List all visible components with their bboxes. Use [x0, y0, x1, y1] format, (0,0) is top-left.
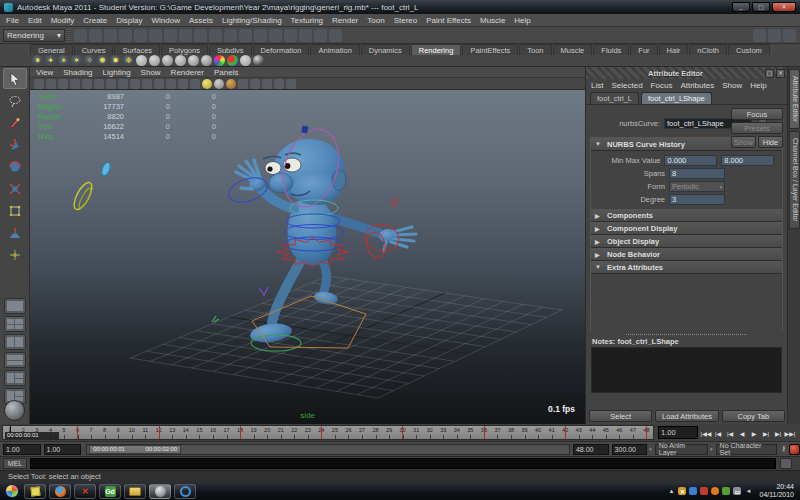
taskbar-app-firefox[interactable] [49, 484, 71, 499]
notes-textarea[interactable] [591, 347, 782, 393]
attribute-editor-menu-item[interactable]: List [591, 81, 603, 90]
title-bar[interactable]: Autodesk Maya 2011 - Student Version: G:… [0, 0, 800, 14]
shelf-light-icon[interactable]: ✧ [84, 55, 95, 66]
panel-toolbar-icon[interactable] [274, 79, 284, 89]
menu-set-dropdown[interactable]: Rendering ▾ [3, 29, 65, 42]
collapsed-section-header[interactable]: ▶ Components [591, 209, 782, 222]
collapsed-section-header[interactable]: ▶ Component Display [591, 222, 782, 235]
panel-toolbar-icon[interactable] [214, 79, 224, 89]
frame-tick[interactable]: 16 [206, 426, 220, 439]
keyframe-tick[interactable] [159, 426, 160, 439]
toolbar-icon[interactable] [284, 29, 297, 42]
toolbar-icon[interactable] [329, 29, 342, 42]
playback-button[interactable]: |◀◀ [700, 427, 712, 440]
panel-toolbar-icon[interactable] [250, 79, 260, 89]
playback-end-field[interactable]: 48.00 [573, 444, 609, 455]
panel-toolbar-icon[interactable] [262, 79, 272, 89]
form-dropdown[interactable]: Periodic ▾ [669, 181, 725, 192]
taskbar-app-sticky-notes[interactable] [24, 484, 46, 499]
character-set-dropdown[interactable]: No Character Set [716, 444, 777, 455]
tray-update-icon[interactable] [711, 487, 719, 495]
shelf-material-icon[interactable] [136, 55, 147, 66]
single-pane-layout-button[interactable] [4, 298, 26, 314]
menu-item[interactable]: Muscle [480, 16, 505, 25]
shelf-material-icon[interactable] [175, 55, 186, 66]
frame-tick[interactable]: 14 [179, 426, 193, 439]
maximize-button[interactable]: ▢ [752, 2, 770, 12]
show-button[interactable]: Show [731, 136, 756, 148]
shelf-light-icon[interactable]: ✶ [71, 55, 82, 66]
select-tool-icon[interactable] [3, 68, 27, 89]
tray-cadig-icon[interactable]: ✕ [678, 487, 686, 495]
move-tool-icon[interactable] [3, 134, 27, 155]
character-mesh[interactable] [236, 139, 416, 345]
attribute-editor-menu-item[interactable]: Show [722, 81, 742, 90]
footer-button[interactable]: Select [589, 410, 652, 422]
viewport-menu-item[interactable]: Show [141, 68, 161, 77]
paint-select-tool-icon[interactable] [3, 112, 27, 133]
footer-button[interactable]: Load Attributes [655, 410, 718, 422]
shelf-tab[interactable]: General [30, 44, 73, 55]
playback-button[interactable]: ◀ [736, 427, 748, 440]
frame-tick[interactable]: 5 [57, 426, 71, 439]
frame-tick[interactable]: 44 [586, 426, 600, 439]
frame-tick[interactable]: 46 [613, 426, 627, 439]
frame-tick[interactable]: 28 [369, 426, 383, 439]
tray-network-icon[interactable] [722, 487, 730, 495]
panel-toolbar-icon[interactable] [82, 79, 92, 89]
channel-box-toggle-icon[interactable] [768, 29, 781, 42]
keyframe-tick[interactable] [402, 426, 403, 439]
menu-item[interactable]: Edit [28, 16, 42, 25]
node-tab[interactable]: foot_ctrl_LShape [641, 92, 712, 104]
shelf-tab[interactable]: nCloth [689, 44, 727, 55]
toolbar-icon[interactable] [134, 29, 147, 42]
shelf-tab[interactable]: Fur [630, 44, 657, 55]
tray-expand-icon[interactable]: ▲ [669, 488, 675, 494]
tray-volume-icon[interactable]: ◄ [744, 487, 752, 495]
degree-field[interactable]: 3 [669, 194, 725, 205]
scale-tool-icon[interactable] [3, 178, 27, 199]
current-time-field[interactable]: 1.00 [658, 426, 698, 439]
shelf-material-icon[interactable] [201, 55, 212, 66]
panel-toolbar-icon[interactable] [106, 79, 116, 89]
attribute-editor-menu-item[interactable]: Focus [651, 81, 673, 90]
shelf-tab[interactable]: Rendering [411, 44, 462, 55]
lasso-tool-icon[interactable] [3, 90, 27, 111]
frame-tick[interactable]: 45 [599, 426, 613, 439]
side-panel-tab[interactable]: Channel Box / Layer Editor [789, 131, 800, 229]
outliner-toggle-icon[interactable] [753, 29, 766, 42]
shelf-light-icon[interactable]: ☀ [58, 55, 69, 66]
frame-tick[interactable]: 7 [84, 426, 98, 439]
frame-tick[interactable]: 23 [301, 426, 315, 439]
frame-tick[interactable]: 21 [274, 426, 288, 439]
shelf-tab[interactable]: Deformation [253, 44, 310, 55]
attribute-editor-menu-item[interactable]: Selected [611, 81, 642, 90]
frame-tick[interactable]: 31 [409, 426, 423, 439]
panel-toolbar-icon[interactable] [286, 79, 296, 89]
persp-outliner-layout-button[interactable] [4, 334, 26, 350]
frame-tick[interactable]: 40 [531, 426, 545, 439]
frame-tick[interactable]: 19 [247, 426, 261, 439]
frame-tick[interactable]: 37 [491, 426, 505, 439]
tray-language-icon[interactable] [689, 487, 697, 495]
shelf-tab[interactable]: Dynamics [361, 44, 410, 55]
toolbar-icon[interactable] [89, 29, 102, 42]
anim-layer-dropdown[interactable]: No Anim Layer [655, 444, 708, 455]
shelf-material-icon[interactable] [162, 55, 173, 66]
auto-key-icon[interactable]: ⚷ [781, 445, 786, 453]
panel-toolbar-icon[interactable] [154, 79, 164, 89]
toolbar-icon[interactable] [74, 29, 87, 42]
menu-item[interactable]: Assets [189, 16, 213, 25]
menu-item[interactable]: Modify [51, 16, 75, 25]
toolbar-icon[interactable] [254, 29, 267, 42]
max-value-field[interactable]: 8.000 [721, 155, 774, 166]
menu-item[interactable]: Texturing [291, 16, 323, 25]
attribute-editor-menu-item[interactable]: Attributes [680, 81, 714, 90]
frame-tick[interactable]: 39 [518, 426, 532, 439]
keyframe-tick[interactable] [240, 426, 241, 439]
shelf-material-icon[interactable] [253, 55, 264, 66]
spans-field[interactable]: 8 [669, 168, 725, 179]
frame-tick[interactable]: 27 [355, 426, 369, 439]
frame-ruler[interactable]: 1234567891011121314151617181920212223242… [2, 425, 654, 440]
viewport-menu-item[interactable]: Lighting [103, 68, 131, 77]
